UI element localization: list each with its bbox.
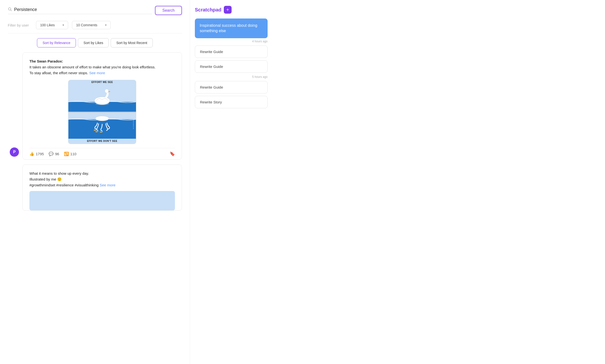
likes-filter-label: 100 Likes <box>40 23 55 27</box>
post2-image-placeholder <box>29 191 175 210</box>
sort-likes-button[interactable]: Sort by Likes <box>78 38 109 47</box>
search-button[interactable]: Search <box>155 6 182 15</box>
scratchpad-title: Scratchpad <box>195 7 221 13</box>
scratchpad-card-1[interactable]: Rewrite Guide <box>195 46 268 58</box>
svg-text:mikecreatve.art: mikecreatve.art <box>133 119 134 129</box>
swan-image: EFFORT WE SEE <box>68 80 136 144</box>
thumbs-up-icon: 👍 <box>29 152 34 156</box>
post2-line3: #growthmindset #resilience #visualthinki… <box>29 183 99 187</box>
swan-top-label: EFFORT WE SEE <box>68 80 136 85</box>
comment-icon: 💬 <box>49 152 53 156</box>
comments-stat: 💬 96 <box>49 152 59 156</box>
svg-point-9 <box>95 116 109 121</box>
post-card-1: The Swan Paradox: It takes an obscene am… <box>22 52 182 160</box>
sort-recent-button[interactable]: Sort by Most Recent <box>111 38 153 47</box>
likes-count: 1795 <box>36 152 44 156</box>
swan-panel-top: EFFORT WE SEE <box>68 80 136 112</box>
post-item-2: What it means to show up every day. Illu… <box>22 165 182 211</box>
see-more-link-2[interactable]: See more <box>100 183 116 187</box>
search-bar: Search <box>8 6 182 15</box>
scratchpad-card-2[interactable]: Rewrite Guide <box>195 60 268 73</box>
see-more-link-1[interactable]: See more <box>89 71 105 75</box>
search-input[interactable] <box>14 7 152 12</box>
shares-count: 110 <box>70 152 76 156</box>
filters-row: Filter by user 100 Likes ▾ 10 Comments ▾ <box>8 21 182 33</box>
svg-line-1 <box>11 10 12 11</box>
svg-point-6 <box>95 103 109 105</box>
avatar: P <box>10 147 19 157</box>
sort-relevance-button[interactable]: Sort by Relevance <box>37 38 76 47</box>
svg-point-5 <box>105 89 109 93</box>
post-line2: It takes an obscene amount of effort to … <box>29 65 155 69</box>
post-card-2: What it means to show up every day. Illu… <box>22 165 182 211</box>
likes-filter[interactable]: 100 Likes ▾ <box>36 21 68 29</box>
post2-line1: What it means to show up every day. <box>29 171 89 175</box>
main-content: Search Filter by user 100 Likes ▾ 10 Com… <box>0 0 190 364</box>
filter-user-label[interactable]: Filter by user <box>8 23 32 27</box>
post-item: P The Swan Paradox: It takes an obscene … <box>22 52 182 160</box>
comments-filter-label: 10 Comments <box>76 23 97 27</box>
post2-line2: Illustrated by me 🙂 <box>29 177 62 181</box>
bookmark-button[interactable]: 🔖 <box>169 151 175 156</box>
sidebar: Scratchpad + Inspirational success about… <box>190 0 272 364</box>
comments-filter[interactable]: 10 Comments ▾ <box>72 21 111 29</box>
sort-buttons-row: Sort by Relevance Sort by Likes Sort by … <box>8 38 182 47</box>
comments-chevron-icon: ▾ <box>105 23 106 27</box>
shares-stat: 🔁 110 <box>64 152 76 156</box>
scratchpad-card-3[interactable]: Rewrite Guide <box>195 81 268 93</box>
post-line1: The Swan Paradox: <box>29 59 63 63</box>
scratchpad-add-button[interactable]: + <box>224 6 232 14</box>
likes-stat: 👍 1795 <box>29 152 44 156</box>
post-text-2: What it means to show up every day. Illu… <box>29 170 175 188</box>
scratchpad-time-2: 5 hours ago <box>195 75 268 78</box>
swan-top-svg <box>68 85 136 112</box>
share-icon: 🔁 <box>64 152 69 156</box>
swan-panel-bottom: mikecreatve.art EFFORT WE DON'T SEE <box>68 112 136 144</box>
search-input-wrap <box>8 7 152 14</box>
post-stats-1: 👍 1795 💬 96 🔁 110 🔖 <box>29 148 175 159</box>
scratchpad-active-time: 4 hours ago <box>195 40 268 43</box>
sidebar-header: Scratchpad + <box>195 6 268 14</box>
scratchpad-card-4[interactable]: Rewrite Story <box>195 96 268 108</box>
comments-count: 96 <box>55 152 59 156</box>
svg-rect-8 <box>68 119 136 139</box>
post-line3: To stay afloat, the effort never stops. <box>29 71 88 75</box>
swan-bottom-label: EFFORT WE DON'T SEE <box>68 139 136 144</box>
likes-chevron-icon: ▾ <box>63 23 64 27</box>
scratchpad-active-card[interactable]: Inspirational success about doing someth… <box>195 18 268 38</box>
post-text-1: The Swan Paradox: It takes an obscene am… <box>29 58 175 76</box>
search-icon <box>8 7 12 13</box>
swan-bottom-svg: mikecreatve.art <box>68 112 136 139</box>
